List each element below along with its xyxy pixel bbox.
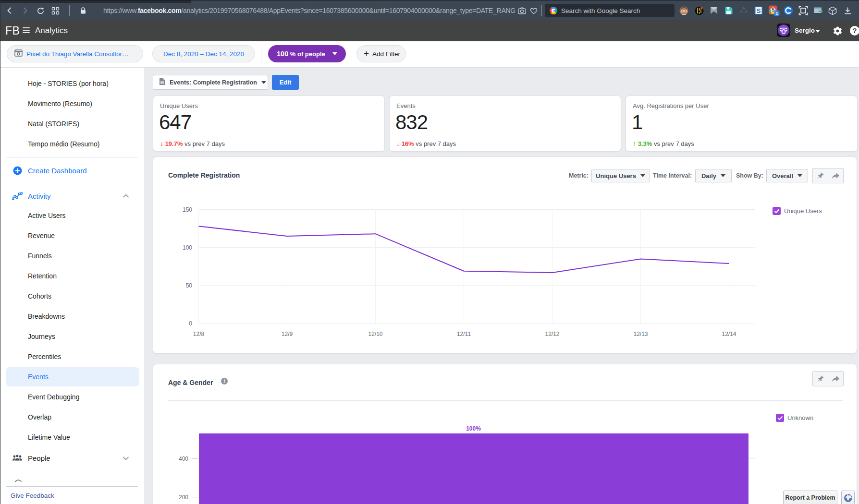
date-range-pill[interactable]: Dec 8, 2020 – Dec 14, 2020 <box>152 45 255 62</box>
sidebar-item-cohorts[interactable]: Cohorts <box>6 287 139 306</box>
extension-save-icon[interactable] <box>724 0 734 21</box>
entity-pill[interactable]: Pixel do Thiago Varella Consultor… <box>7 45 143 62</box>
sidebar-item-overlap[interactable]: Overlap <box>6 408 139 427</box>
user-menu[interactable]: Sergio <box>795 20 815 41</box>
url-address[interactable]: https://www.facebook.com/analytics/20199… <box>103 0 516 21</box>
activity-section-label: Activity <box>28 192 51 200</box>
y-axis-label: 100 <box>163 244 192 251</box>
event-selector-dropdown[interactable]: Events: Complete Registration <box>153 75 268 90</box>
sidebar-item-label: Overlap <box>28 413 51 421</box>
extension-maze-icon[interactable] <box>694 0 704 21</box>
add-filter-button[interactable]: + Add Filter <box>356 45 406 62</box>
percent-label: % of people <box>288 50 325 58</box>
stat-delta: ↓ 16% vs prev 7 days <box>396 140 456 147</box>
sidebar-item-funnels[interactable]: Funnels <box>6 246 139 265</box>
registration-chart-card: Complete Registration Metric: Unique Use… <box>153 156 857 354</box>
chevron-up-icon[interactable] <box>123 192 129 200</box>
help-icon[interactable]: ? <box>850 26 859 36</box>
download-icon[interactable] <box>843 0 852 21</box>
sidebar-item-label: Tempo médio (Resumo) <box>28 140 99 148</box>
chevron-down-icon[interactable] <box>123 454 129 462</box>
sidebar-footer-divider <box>6 486 138 487</box>
delta-suffix: vs prev 7 days <box>652 140 694 147</box>
globe-button[interactable] <box>841 491 855 504</box>
percent-caret-icon <box>332 52 337 55</box>
stat-delta: ↑ 3.3% vs prev 7 days <box>633 140 694 147</box>
pixel-icon <box>14 49 23 58</box>
avatar[interactable] <box>777 24 790 37</box>
sidebar-item-breakdowns[interactable]: Breakdowns <box>6 307 139 326</box>
camera-icon[interactable] <box>517 0 527 21</box>
browser-reload-icon[interactable] <box>35 0 46 21</box>
sidebar-section-people[interactable]: People <box>6 448 139 468</box>
sidebar-item-dashboard[interactable]: Movimento (Resumo) <box>6 94 139 113</box>
edit-button[interactable]: Edit <box>272 75 299 90</box>
sidebar-item-dashboard[interactable]: Tempo médio (Resumo) <box>6 134 139 154</box>
document-icon <box>159 78 165 87</box>
delta-suffix: vs prev 7 days <box>183 140 225 147</box>
extension-cube-icon[interactable] <box>828 0 837 21</box>
sidebar-item-label: Event Debugging <box>28 393 79 401</box>
delta-arrow-icon: ↓ <box>396 140 400 147</box>
sidebar-item-label: Hoje - STORIES (por hora) <box>28 80 109 87</box>
browser-back-icon[interactable] <box>4 0 15 21</box>
extension-s-colorful-icon[interactable]: S1 <box>768 0 780 21</box>
extension-avatar-icon[interactable] <box>679 0 688 21</box>
sidebar-item-dashboard[interactable]: Natal (STORIES) <box>6 114 139 133</box>
sidebar-item-label: Retention <box>28 272 57 280</box>
sidebar-item-create-dashboard[interactable]: Create Dashboard <box>6 160 139 180</box>
browser-search-field[interactable]: Search with Google Search <box>545 4 675 17</box>
url-domain: facebook.com <box>138 7 182 14</box>
y-axis-label: 200 <box>160 494 188 501</box>
sidebar-item-lifetime-value[interactable]: Lifetime Value <box>6 428 139 447</box>
filter-bar: Pixel do Thiago Varella Consultor… Dec 8… <box>0 41 859 68</box>
extension-screenshot-icon[interactable] <box>798 0 809 21</box>
report-problem-button[interactable]: Report a Problem <box>783 491 837 504</box>
browser-forward-icon[interactable] <box>19 0 31 21</box>
extension-window-arrow-icon[interactable] <box>813 0 823 21</box>
percent-of-people-pill[interactable]: 100 % of people <box>268 45 346 62</box>
stat-card-unique-users: Unique Users647↓ 19.7% vs prev 7 days <box>153 96 385 152</box>
menu-hamburger-icon[interactable] <box>23 27 30 34</box>
extension-cursor-icon[interactable] <box>709 0 719 21</box>
google-icon <box>550 7 557 14</box>
sidebar-item-event-debugging[interactable]: Event Debugging <box>6 387 139 407</box>
sidebar-item-journeys[interactable]: Journeys <box>6 327 139 346</box>
extension-recycle-icon[interactable] <box>739 0 749 21</box>
bar-unknown[interactable] <box>199 433 749 504</box>
app-header: FB Analytics Sergio ? <box>0 20 859 41</box>
sidebar-section-activity[interactable]: Activity <box>6 186 139 206</box>
age-gender-chart-card: Age & Gender i Unknown 200400100% <box>153 364 857 504</box>
svg-text:S: S <box>757 7 761 14</box>
stat-card-avg-registrations-per-user: Avg. Registrations per User1↑ 3.3% vs pr… <box>626 96 858 152</box>
give-feedback-link[interactable]: Give Feedback <box>11 492 54 499</box>
sidebar-item-active-users[interactable]: Active Users <box>6 206 139 225</box>
url-prefix: https://www. <box>103 7 138 14</box>
window-edge <box>0 0 0 504</box>
fb-logo[interactable]: FB <box>5 20 20 41</box>
bar-data-label: 100% <box>454 425 493 432</box>
sidebar-item-events[interactable]: Events <box>6 367 139 386</box>
sidebar-item-retention[interactable]: Retention <box>6 266 139 286</box>
gear-icon[interactable] <box>833 26 843 38</box>
heart-bookmark-icon[interactable] <box>529 0 539 21</box>
y-axis-label: 150 <box>163 206 192 213</box>
x-axis-label: 12/9 <box>273 331 302 337</box>
stat-label: Events <box>396 102 416 109</box>
sidebar-item-label: Lifetime Value <box>28 433 70 441</box>
sidebar-item-label: Journeys <box>28 333 55 340</box>
sidebar-item-percentiles[interactable]: Percentiles <box>6 347 139 366</box>
user-caret-icon[interactable] <box>815 30 820 33</box>
sidebar-divider <box>6 157 138 157</box>
delta-arrow-icon: ↓ <box>160 140 163 147</box>
sidebar-item-revenue[interactable]: Revenue <box>6 226 139 245</box>
url-path: /analytics/2019970568076488/AppEvents?si… <box>181 7 515 14</box>
plus-circle-icon <box>12 166 23 175</box>
lock-icon[interactable] <box>78 0 88 21</box>
extension-c-icon[interactable] <box>784 0 793 21</box>
sidebar-item-dashboard[interactable]: Hoje - STORIES (por hora) <box>6 74 139 93</box>
sidebar-item-label: Movimento (Resumo) <box>28 100 92 108</box>
browser-extensions-grid-icon[interactable] <box>49 0 61 21</box>
extension-s-blue-icon[interactable]: S <box>754 0 763 21</box>
percent-value: 100 <box>277 50 288 58</box>
